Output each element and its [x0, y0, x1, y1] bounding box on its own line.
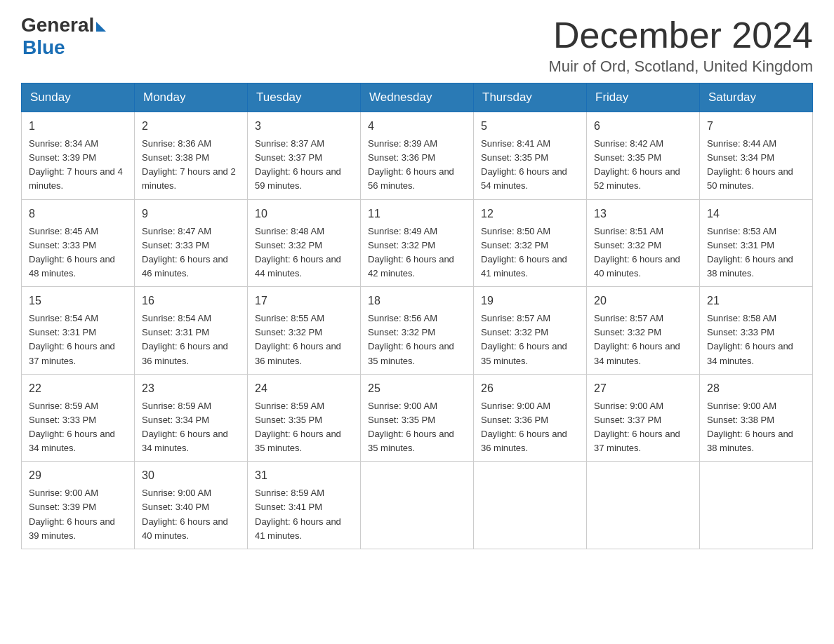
- calendar-cell: 5Sunrise: 8:41 AMSunset: 3:35 PMDaylight…: [474, 112, 587, 200]
- day-number: 4: [368, 118, 466, 135]
- day-number: 31: [255, 467, 353, 484]
- day-number: 8: [29, 206, 127, 222]
- day-number: 14: [707, 206, 805, 222]
- header-row: Sunday Monday Tuesday Wednesday Thursday…: [22, 83, 813, 112]
- calendar-cell: 2Sunrise: 8:36 AMSunset: 3:38 PMDaylight…: [135, 112, 248, 200]
- week-row-5: 29Sunrise: 9:00 AMSunset: 3:39 PMDayligh…: [22, 462, 813, 549]
- calendar-cell: 12Sunrise: 8:50 AMSunset: 3:32 PMDayligh…: [474, 199, 587, 287]
- calendar-cell: 27Sunrise: 9:00 AMSunset: 3:37 PMDayligh…: [587, 374, 700, 462]
- calendar-cell: 24Sunrise: 8:59 AMSunset: 3:35 PMDayligh…: [248, 374, 361, 462]
- cell-info: Sunrise: 8:39 AMSunset: 3:36 PMDaylight:…: [368, 137, 466, 194]
- col-thursday: Thursday: [474, 83, 587, 112]
- calendar-cell: 16Sunrise: 8:54 AMSunset: 3:31 PMDayligh…: [135, 287, 248, 375]
- calendar-cell: [361, 462, 474, 549]
- calendar-cell: 28Sunrise: 9:00 AMSunset: 3:38 PMDayligh…: [700, 374, 813, 462]
- day-number: 10: [255, 206, 353, 222]
- day-number: 12: [481, 206, 579, 222]
- logo: General Blue: [21, 14, 106, 59]
- calendar-cell: 25Sunrise: 9:00 AMSunset: 3:35 PMDayligh…: [361, 374, 474, 462]
- col-saturday: Saturday: [700, 83, 813, 112]
- calendar-cell: [587, 462, 700, 549]
- week-row-4: 22Sunrise: 8:59 AMSunset: 3:33 PMDayligh…: [22, 374, 813, 462]
- day-number: 21: [707, 293, 805, 309]
- day-number: 16: [142, 293, 240, 309]
- calendar-cell: 26Sunrise: 9:00 AMSunset: 3:36 PMDayligh…: [474, 374, 587, 462]
- day-number: 18: [368, 293, 466, 309]
- week-row-1: 1Sunrise: 8:34 AMSunset: 3:39 PMDaylight…: [22, 112, 813, 200]
- calendar-cell: 7Sunrise: 8:44 AMSunset: 3:34 PMDaylight…: [700, 112, 813, 200]
- cell-info: Sunrise: 8:56 AMSunset: 3:32 PMDaylight:…: [368, 311, 466, 368]
- cell-info: Sunrise: 8:57 AMSunset: 3:32 PMDaylight:…: [594, 311, 692, 368]
- calendar-cell: 13Sunrise: 8:51 AMSunset: 3:32 PMDayligh…: [587, 199, 700, 287]
- calendar-cell: 15Sunrise: 8:54 AMSunset: 3:31 PMDayligh…: [22, 287, 135, 375]
- cell-info: Sunrise: 8:51 AMSunset: 3:32 PMDaylight:…: [594, 224, 692, 281]
- cell-info: Sunrise: 8:50 AMSunset: 3:32 PMDaylight:…: [481, 224, 579, 281]
- day-number: 6: [594, 118, 692, 135]
- cell-info: Sunrise: 8:59 AMSunset: 3:35 PMDaylight:…: [255, 399, 353, 456]
- col-friday: Friday: [587, 83, 700, 112]
- day-number: 22: [29, 380, 127, 397]
- cell-info: Sunrise: 8:58 AMSunset: 3:33 PMDaylight:…: [707, 311, 805, 368]
- calendar-cell: 18Sunrise: 8:56 AMSunset: 3:32 PMDayligh…: [361, 287, 474, 375]
- title-section: December 2024 Muir of Ord, Scotland, Uni…: [548, 14, 813, 76]
- week-row-3: 15Sunrise: 8:54 AMSunset: 3:31 PMDayligh…: [22, 287, 813, 375]
- cell-info: Sunrise: 9:00 AMSunset: 3:35 PMDaylight:…: [368, 399, 466, 456]
- logo-arrow-icon: [96, 22, 106, 32]
- cell-info: Sunrise: 8:41 AMSunset: 3:35 PMDaylight:…: [481, 137, 579, 194]
- day-number: 1: [29, 118, 127, 135]
- calendar-cell: 1Sunrise: 8:34 AMSunset: 3:39 PMDaylight…: [22, 112, 135, 200]
- week-row-2: 8Sunrise: 8:45 AMSunset: 3:33 PMDaylight…: [22, 199, 813, 287]
- day-number: 26: [481, 380, 579, 397]
- day-number: 27: [594, 380, 692, 397]
- day-number: 15: [29, 293, 127, 309]
- calendar-cell: 6Sunrise: 8:42 AMSunset: 3:35 PMDaylight…: [587, 112, 700, 200]
- cell-info: Sunrise: 8:49 AMSunset: 3:32 PMDaylight:…: [368, 224, 466, 281]
- cell-info: Sunrise: 8:57 AMSunset: 3:32 PMDaylight:…: [481, 311, 579, 368]
- day-number: 2: [142, 118, 240, 135]
- cell-info: Sunrise: 9:00 AMSunset: 3:38 PMDaylight:…: [707, 399, 805, 456]
- cell-info: Sunrise: 9:00 AMSunset: 3:36 PMDaylight:…: [481, 399, 579, 456]
- day-number: 3: [255, 118, 353, 135]
- cell-info: Sunrise: 8:47 AMSunset: 3:33 PMDaylight:…: [142, 224, 240, 281]
- cell-info: Sunrise: 8:59 AMSunset: 3:33 PMDaylight:…: [29, 399, 127, 456]
- calendar-cell: 3Sunrise: 8:37 AMSunset: 3:37 PMDaylight…: [248, 112, 361, 200]
- cell-info: Sunrise: 8:53 AMSunset: 3:31 PMDaylight:…: [707, 224, 805, 281]
- calendar-table: Sunday Monday Tuesday Wednesday Thursday…: [21, 83, 813, 549]
- day-number: 9: [142, 206, 240, 222]
- calendar-cell: 20Sunrise: 8:57 AMSunset: 3:32 PMDayligh…: [587, 287, 700, 375]
- day-number: 13: [594, 206, 692, 222]
- day-number: 5: [481, 118, 579, 135]
- day-number: 11: [368, 206, 466, 222]
- calendar-cell: 9Sunrise: 8:47 AMSunset: 3:33 PMDaylight…: [135, 199, 248, 287]
- calendar-cell: [700, 462, 813, 549]
- calendar-cell: 11Sunrise: 8:49 AMSunset: 3:32 PMDayligh…: [361, 199, 474, 287]
- page-header: General Blue December 2024 Muir of Ord, …: [21, 14, 813, 76]
- logo-general-text: General: [21, 14, 94, 36]
- day-number: 28: [707, 380, 805, 397]
- cell-info: Sunrise: 9:00 AMSunset: 3:37 PMDaylight:…: [594, 399, 692, 456]
- cell-info: Sunrise: 8:42 AMSunset: 3:35 PMDaylight:…: [594, 137, 692, 194]
- calendar-cell: 4Sunrise: 8:39 AMSunset: 3:36 PMDaylight…: [361, 112, 474, 200]
- cell-info: Sunrise: 8:54 AMSunset: 3:31 PMDaylight:…: [29, 311, 127, 368]
- col-tuesday: Tuesday: [248, 83, 361, 112]
- calendar-cell: 10Sunrise: 8:48 AMSunset: 3:32 PMDayligh…: [248, 199, 361, 287]
- cell-info: Sunrise: 8:36 AMSunset: 3:38 PMDaylight:…: [142, 137, 240, 194]
- location-subtitle: Muir of Ord, Scotland, United Kingdom: [548, 58, 813, 76]
- cell-info: Sunrise: 8:59 AMSunset: 3:34 PMDaylight:…: [142, 399, 240, 456]
- month-title: December 2024: [548, 14, 813, 56]
- cell-info: Sunrise: 8:59 AMSunset: 3:41 PMDaylight:…: [255, 486, 353, 543]
- calendar-cell: [474, 462, 587, 549]
- cell-info: Sunrise: 8:44 AMSunset: 3:34 PMDaylight:…: [707, 137, 805, 194]
- calendar-cell: 14Sunrise: 8:53 AMSunset: 3:31 PMDayligh…: [700, 199, 813, 287]
- cell-info: Sunrise: 8:37 AMSunset: 3:37 PMDaylight:…: [255, 137, 353, 194]
- calendar-cell: 31Sunrise: 8:59 AMSunset: 3:41 PMDayligh…: [248, 462, 361, 549]
- calendar-cell: 8Sunrise: 8:45 AMSunset: 3:33 PMDaylight…: [22, 199, 135, 287]
- day-number: 23: [142, 380, 240, 397]
- day-number: 25: [368, 380, 466, 397]
- cell-info: Sunrise: 8:34 AMSunset: 3:39 PMDaylight:…: [29, 137, 127, 194]
- day-number: 7: [707, 118, 805, 135]
- cell-info: Sunrise: 8:48 AMSunset: 3:32 PMDaylight:…: [255, 224, 353, 281]
- day-number: 29: [29, 467, 127, 484]
- col-monday: Monday: [135, 83, 248, 112]
- calendar-cell: 17Sunrise: 8:55 AMSunset: 3:32 PMDayligh…: [248, 287, 361, 375]
